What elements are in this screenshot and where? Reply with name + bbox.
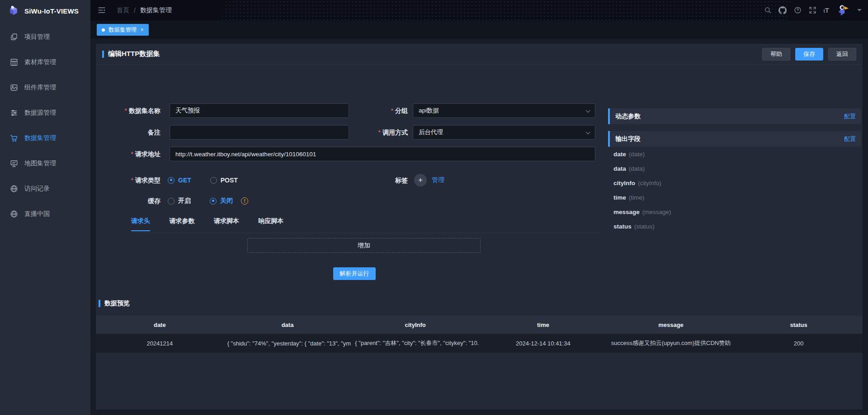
title-accent-bar (99, 300, 100, 307)
group-select-value: api数据 (419, 107, 439, 115)
sidebar-item-material-lib[interactable]: 素材库管理 (0, 50, 90, 75)
font-size-icon[interactable]: tT (823, 6, 829, 14)
remark-input[interactable] (170, 125, 349, 140)
col-date: date (96, 322, 224, 328)
tag-label: 标签 (343, 173, 408, 187)
output-fields-header: 输出字段 配置 (608, 131, 861, 147)
header-buttons: 帮助 保存 返回 (762, 48, 856, 61)
dataset-name-label: *数据集名称 (96, 103, 160, 118)
sidebar-item-datasource-mgmt[interactable]: 数据源管理 (0, 100, 90, 126)
required-asterisk: * (131, 177, 133, 184)
cell-time: 2024-12-14 10:41:34 (479, 340, 607, 347)
required-asterisk: * (125, 107, 127, 114)
tab-dataset-mgmt[interactable]: 数据集管理 × (97, 24, 149, 36)
help-button[interactable]: 帮助 (762, 48, 790, 61)
request-subtabs: 请求头 请求参数 请求脚本 响应脚本 (131, 217, 601, 233)
dataset-name-input[interactable] (170, 103, 349, 118)
sidebar-item-component-lib[interactable]: 组件库管理 (0, 75, 90, 100)
help-icon[interactable] (793, 6, 802, 14)
output-field-data: data (data) (613, 161, 858, 176)
globe-icon (10, 210, 18, 218)
group-label: *分组 (343, 103, 408, 118)
required-asterisk: * (131, 150, 133, 158)
cell-date: 20241214 (96, 340, 224, 347)
fullscreen-icon[interactable] (808, 6, 816, 14)
map-board-icon (10, 159, 18, 168)
radio-cache-on[interactable] (168, 198, 175, 205)
required-asterisk: * (391, 107, 393, 114)
radio-cache-off[interactable] (210, 198, 217, 205)
breadcrumb-home[interactable]: 首页 (117, 6, 129, 14)
card-header: 编辑HTTP数据集 帮助 保存 返回 (96, 44, 863, 65)
dynamic-params-config-link[interactable]: 配置 (844, 112, 856, 121)
sidebar-item-project-mgmt[interactable]: 项目管理 (0, 24, 90, 50)
sidebar-item-live-china[interactable]: 直播中国 (0, 201, 90, 227)
globe-icon (10, 185, 18, 193)
add-row-button[interactable]: 增加 (247, 238, 481, 253)
col-data: data (224, 322, 352, 328)
output-field-date: date (date) (613, 147, 858, 161)
sidebar-item-label: 数据源管理 (24, 109, 56, 117)
radio-post-label[interactable]: POST (221, 177, 238, 184)
back-button[interactable]: 返回 (828, 48, 856, 61)
cell-cityinfo: { "parent": "吉林", "city": "长春市", "cityke… (351, 339, 479, 347)
col-cityinfo: cityInfo (351, 322, 479, 328)
request-type-radio-group: GET POST (168, 173, 238, 187)
add-tag-button[interactable]: + (414, 174, 427, 187)
output-field-message: message (message) (613, 205, 858, 219)
parse-run-button[interactable]: 解析并运行 (333, 267, 376, 280)
request-url-input[interactable] (170, 147, 595, 161)
manage-tags-link[interactable]: 管理 (432, 176, 444, 184)
remark-label: 备注 (96, 125, 160, 140)
radio-cache-on-label[interactable]: 开启 (178, 197, 191, 205)
output-field-cityinfo: cityInfo (cityInfo) (613, 176, 858, 190)
cache-radio-group: 开启 关闭 ! (168, 194, 248, 208)
save-button[interactable]: 保存 (795, 48, 823, 61)
sidebar-item-atlas-mgmt[interactable]: 地图集管理 (0, 151, 90, 176)
radio-post[interactable] (210, 177, 217, 184)
data-preview-title: 数据预览 (104, 299, 130, 308)
output-field-status: status (status) (613, 219, 858, 233)
warning-icon[interactable]: ! (241, 197, 248, 205)
search-icon[interactable] (764, 6, 772, 14)
title-accent-bar (102, 51, 104, 58)
app-title: SiWu-IoT-VIEWS (24, 7, 79, 15)
subtab-response-script[interactable]: 响应脚本 (258, 217, 283, 230)
sidebar-item-label: 地图集管理 (24, 159, 56, 168)
radio-get[interactable] (168, 177, 175, 184)
sidebar-item-visit-log[interactable]: 访问记录 (0, 176, 90, 201)
tab-label: 数据集管理 (108, 26, 137, 34)
output-fields-config-link[interactable]: 配置 (844, 135, 856, 143)
cache-label: 缓存 (96, 194, 160, 208)
sidebar-item-label: 组件库管理 (24, 84, 56, 92)
sidebar-item-label: 数据集管理 (24, 134, 56, 142)
close-icon[interactable]: × (141, 27, 144, 33)
group-select[interactable]: api数据 (413, 103, 595, 118)
sidebar-item-dataset-mgmt[interactable]: 数据集管理 (0, 126, 90, 151)
chevron-down-icon (586, 108, 590, 113)
page-tabbar: 数据集管理 × (90, 20, 868, 38)
request-url-label: *请求地址 (96, 147, 160, 161)
sidebar: SiWu-IoT-VIEWS 项目管理 素材库管理 组件库管理 数据源管理 (0, 0, 90, 415)
subtab-request-headers[interactable]: 请求头 (131, 217, 150, 231)
datasource-icon (10, 109, 18, 117)
github-icon[interactable] (778, 6, 787, 14)
radio-cache-off-label[interactable]: 关闭 (220, 197, 233, 205)
avatar[interactable] (836, 4, 849, 17)
top-header: 首页 / 数据集管理 tT (90, 0, 868, 20)
dynamic-params-header: 动态参数 配置 (608, 108, 861, 124)
header-actions: tT (764, 0, 862, 20)
main-content: 编辑HTTP数据集 帮助 保存 返回 *数据集名称 *分组 api数据 备注 (90, 38, 868, 415)
material-library-icon (10, 58, 18, 66)
collapse-sidebar-icon[interactable] (98, 6, 106, 14)
radio-get-label[interactable]: GET (178, 177, 191, 184)
project-icon (10, 33, 18, 41)
active-dot (102, 28, 105, 32)
subtab-request-script[interactable]: 请求脚本 (214, 217, 239, 230)
invoke-mode-label: *调用方式 (343, 125, 408, 140)
invoke-mode-select[interactable]: 后台代理 (413, 125, 595, 140)
sidebar-item-label: 直播中国 (24, 210, 50, 218)
chevron-down-icon[interactable] (857, 9, 862, 11)
preview-table: date data cityInfo time message status 2… (96, 316, 863, 353)
subtab-request-params[interactable]: 请求参数 (169, 217, 194, 230)
